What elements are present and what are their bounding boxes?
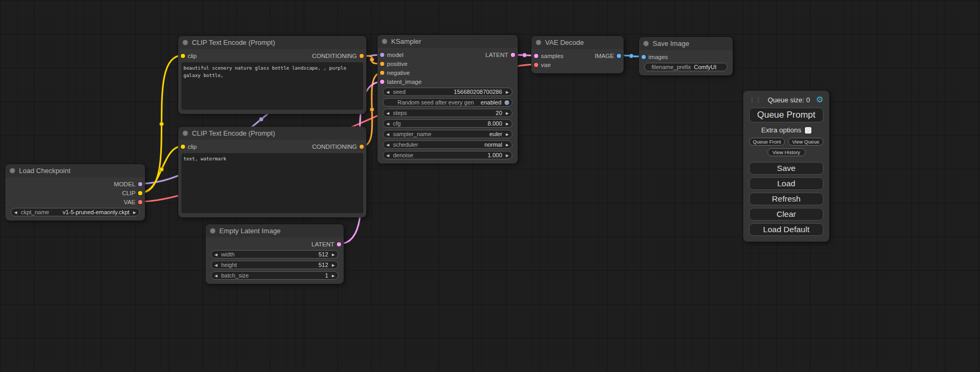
node-title-bar[interactable]: CLIP Text Encode (Prompt) xyxy=(178,127,366,140)
node-title-bar[interactable]: CLIP Text Encode (Prompt) xyxy=(178,36,366,49)
node-collapse-dot[interactable] xyxy=(183,131,188,136)
node-title-bar[interactable]: Load Checkpoint xyxy=(5,164,145,177)
slot-row: clip CONDITIONING xyxy=(178,142,366,151)
slot-row: CLIP xyxy=(5,188,145,197)
clear-button[interactable]: Clear xyxy=(749,208,823,221)
node-collapse-dot[interactable] xyxy=(644,41,648,46)
input-dot-model[interactable] xyxy=(380,53,384,57)
output-dot-latent[interactable] xyxy=(511,53,515,57)
node-title-bar[interactable]: KSampler xyxy=(377,35,518,48)
decrement-arrow-icon[interactable]: ◀ xyxy=(386,154,389,157)
node-save-image[interactable]: Save Image images filename_prefix ComfyU… xyxy=(639,37,733,75)
output-dot-clip[interactable] xyxy=(138,191,142,195)
increment-arrow-icon[interactable]: ▶ xyxy=(133,211,136,214)
input-dot-samples[interactable] xyxy=(534,54,538,58)
slot-row: MODEL xyxy=(5,179,145,188)
queue-size-label: Queue size: 0 xyxy=(762,96,816,104)
node-load-checkpoint[interactable]: Load Checkpoint MODEL CLIP VAE ◀ ckpt_na… xyxy=(5,164,145,221)
menu-drag-handle-icon[interactable]: ⋮⋮ xyxy=(749,97,762,103)
link-midpoint-vae-decode-image-to-save xyxy=(629,54,634,58)
view-history-button[interactable]: View History xyxy=(768,148,806,156)
node-title-bar[interactable]: Empty Latent Image xyxy=(206,224,344,237)
decrement-arrow-icon[interactable]: ◀ xyxy=(215,274,217,278)
node-collapse-dot[interactable] xyxy=(10,168,15,173)
decrement-arrow-icon[interactable]: ◀ xyxy=(14,211,17,214)
decrement-arrow-icon[interactable]: ◀ xyxy=(386,122,389,126)
node-collapse-dot[interactable] xyxy=(382,39,387,44)
node-empty-latent-image[interactable]: Empty Latent Image LATENT ◀ width 512 ▶ … xyxy=(206,224,344,284)
widget-steps[interactable]: ◀ steps 20 ▶ xyxy=(383,109,512,117)
increment-arrow-icon[interactable]: ▶ xyxy=(506,90,509,94)
input-dot-clip[interactable] xyxy=(181,54,185,58)
save-button[interactable]: Save xyxy=(749,162,823,175)
increment-arrow-icon[interactable]: ▶ xyxy=(332,253,335,256)
node-clip-text-encode-negative[interactable]: CLIP Text Encode (Prompt) clip CONDITION… xyxy=(178,127,366,217)
extra-options-checkbox[interactable] xyxy=(805,127,811,133)
node-collapse-dot[interactable] xyxy=(536,40,541,45)
node-title-bar[interactable]: Save Image xyxy=(639,37,733,50)
node-graph-canvas[interactable]: Load Checkpoint MODEL CLIP VAE ◀ ckpt_na… xyxy=(0,0,980,372)
load-button[interactable]: Load xyxy=(749,177,823,190)
output-dot-vae[interactable] xyxy=(138,200,142,204)
node-ksampler[interactable]: KSampler model LATENT positive negative … xyxy=(377,35,518,164)
queue-menu-panel: ⋮⋮ Queue size: 0 ⚙ Queue Prompt Extra op… xyxy=(743,91,829,242)
decrement-arrow-icon[interactable]: ◀ xyxy=(386,132,389,136)
node-clip-text-encode-positive[interactable]: CLIP Text Encode (Prompt) clip CONDITION… xyxy=(178,36,366,114)
queue-prompt-button[interactable]: Queue Prompt xyxy=(749,108,823,122)
increment-arrow-icon[interactable]: ▶ xyxy=(506,154,509,157)
output-dot-conditioning[interactable] xyxy=(360,54,364,58)
decrement-arrow-icon[interactable]: ◀ xyxy=(386,90,389,94)
link-midpoint-checkpoint-clip-to-positive-encode xyxy=(160,122,164,126)
widget-random-seed-toggle[interactable]: Random seed after every gen enabled xyxy=(383,98,512,107)
widget-scheduler[interactable]: ◀ scheduler normal ▶ xyxy=(383,140,512,149)
widget-filename-prefix[interactable]: filename_prefix ComfyUI xyxy=(644,63,727,71)
input-dot-positive[interactable] xyxy=(380,62,384,66)
output-dot-latent[interactable] xyxy=(337,242,341,246)
slot-row: latent_image xyxy=(377,77,518,86)
load-default-button[interactable]: Load Default xyxy=(749,223,823,236)
positive-prompt-textarea[interactable]: beautiful scenery nature glass bottle la… xyxy=(181,62,363,110)
input-dot-clip[interactable] xyxy=(181,145,185,149)
widget-seed[interactable]: ◀ seed 156680208700286 ▶ xyxy=(383,88,512,96)
input-dot-latent-image[interactable] xyxy=(380,80,384,84)
extra-options-label: Extra options xyxy=(761,126,801,134)
output-dot-model[interactable] xyxy=(138,182,142,186)
node-collapse-dot[interactable] xyxy=(183,40,188,45)
slot-row: LATENT xyxy=(206,240,344,249)
link-midpoint-ksampler-latent-to-vae-decode xyxy=(522,53,527,58)
decrement-arrow-icon[interactable]: ◀ xyxy=(386,143,389,147)
decrement-arrow-icon[interactable]: ◀ xyxy=(215,263,217,267)
node-vae-decode[interactable]: VAE Decode samples IMAGE vae xyxy=(531,36,624,73)
decrement-arrow-icon[interactable]: ◀ xyxy=(386,111,389,115)
view-queue-button[interactable]: View Queue xyxy=(788,138,824,146)
widget-ckpt-name[interactable]: ◀ ckpt_name v1-5-pruned-emaonly.ckpt ▶ xyxy=(11,208,140,216)
input-dot-images[interactable] xyxy=(642,55,646,59)
increment-arrow-icon[interactable]: ▶ xyxy=(506,111,509,115)
output-dot-image[interactable] xyxy=(617,54,621,58)
toggle-knob[interactable] xyxy=(504,100,509,105)
widget-sampler-name[interactable]: ◀ sampler_name euler ▶ xyxy=(383,130,512,138)
output-dot-conditioning[interactable] xyxy=(360,145,364,149)
node-collapse-dot[interactable] xyxy=(210,228,215,233)
widget-batch-size[interactable]: ◀ batch_size 1 ▶ xyxy=(211,271,338,280)
increment-arrow-icon[interactable]: ▶ xyxy=(506,122,509,126)
widget-cfg[interactable]: ◀ cfg 8.000 ▶ xyxy=(383,119,512,128)
node-title: CLIP Text Encode (Prompt) xyxy=(192,39,275,46)
decrement-arrow-icon[interactable]: ◀ xyxy=(215,253,217,256)
increment-arrow-icon[interactable]: ▶ xyxy=(332,263,335,267)
queue-front-button[interactable]: Queue Front xyxy=(749,138,785,146)
settings-gear-icon[interactable]: ⚙ xyxy=(816,96,823,104)
widget-denoise[interactable]: ◀ denoise 1.000 ▶ xyxy=(383,151,512,159)
negative-prompt-textarea[interactable]: text, watermark xyxy=(181,153,363,213)
widget-height[interactable]: ◀ height 512 ▶ xyxy=(211,261,338,269)
input-dot-vae[interactable] xyxy=(534,63,538,67)
increment-arrow-icon[interactable]: ▶ xyxy=(506,143,509,147)
link-midpoint-negative-conditioning-to-ksampler xyxy=(370,108,374,112)
widget-width[interactable]: ◀ width 512 ▶ xyxy=(211,250,338,259)
input-dot-negative[interactable] xyxy=(380,71,384,75)
increment-arrow-icon[interactable]: ▶ xyxy=(506,132,509,136)
increment-arrow-icon[interactable]: ▶ xyxy=(332,274,335,278)
slot-row: clip CONDITIONING xyxy=(178,51,366,60)
node-title-bar[interactable]: VAE Decode xyxy=(531,36,624,49)
refresh-button[interactable]: Refresh xyxy=(749,193,823,205)
